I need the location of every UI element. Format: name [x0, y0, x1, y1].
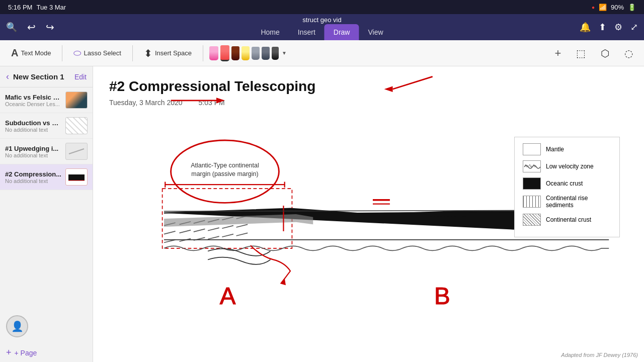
battery-icon: 🔋: [628, 4, 636, 11]
legend-item-cont-rise: Continental rise sediments: [523, 195, 611, 209]
page-info-2: Subduction vs O... No additional text: [5, 119, 61, 133]
insert-space-icon: ⬍: [144, 47, 152, 59]
page-info-4: #2 Compression... No additional text: [5, 170, 61, 184]
pen-color-red[interactable]: [220, 45, 229, 61]
settings-icon[interactable]: ⚙: [614, 22, 622, 33]
svg-line-18: [208, 236, 219, 239]
svg-line-8: [180, 222, 191, 225]
hatch-zone: [164, 214, 313, 227]
page-thumb-1: [65, 92, 88, 109]
ellipse-passive-margin: [171, 140, 279, 203]
page-item-1[interactable]: Mafic vs Felsic c... Oceanic Denser Les.…: [0, 87, 93, 113]
recording-dot: ●: [592, 5, 595, 10]
legend-item-low-velocity: Low velocity zone: [523, 160, 611, 172]
attribution: Adapted from JF Dewey (1976): [561, 352, 638, 358]
page-thumb-4: [65, 168, 88, 186]
pen-color-gray1[interactable]: [252, 47, 260, 60]
page-item-3[interactable]: #1 Upwedging i... No additional text: [0, 139, 93, 164]
page-date: Tuesday, 3 March 2020: [109, 99, 183, 107]
add-page-button[interactable]: + + Page: [0, 343, 93, 362]
svg-line-17: [194, 237, 205, 240]
legend-label-cont-rise: Continental rise sediments: [546, 195, 611, 209]
sediment-curve-2: [208, 257, 270, 264]
battery-display: 90%: [611, 4, 624, 11]
legend-label-mantle: Mantle: [546, 146, 564, 153]
legend-label-cont-crust: Continental crust: [546, 216, 591, 223]
notifications-icon[interactable]: 🔔: [580, 22, 591, 33]
pen-colors: ▼: [209, 45, 287, 61]
search-icon[interactable]: 🔍: [6, 22, 17, 33]
pen-color-yellow[interactable]: [242, 46, 250, 60]
legend-swatch-black: [523, 177, 541, 190]
share-icon[interactable]: ⬆: [599, 22, 606, 33]
svg-line-7: [164, 223, 176, 226]
page-sub-4: No additional text: [5, 178, 61, 184]
tab-insert[interactable]: Insert: [289, 24, 325, 40]
page-time: 5:03 PM: [199, 99, 225, 107]
undo-icon[interactable]: ↩: [27, 21, 36, 33]
legend-swatch-lines: [523, 196, 541, 208]
label-b: B: [434, 283, 450, 309]
transform-button[interactable]: ⬡: [596, 44, 614, 62]
legend-label-low-velocity: Low velocity zone: [546, 163, 594, 170]
page-sub-1: Oceanic Denser Les...: [5, 101, 61, 107]
tab-view[interactable]: View: [359, 24, 392, 40]
page-info-3: #1 Upwedging i... No additional text: [5, 145, 61, 158]
avatar: 👤: [6, 315, 28, 337]
svg-line-10: [180, 230, 191, 233]
add-page-icon: +: [6, 347, 12, 358]
insert-space-button[interactable]: ⬍ Insert Space: [139, 44, 197, 62]
content-area: #2 Compressional Telescoping Tuesday, 3 …: [93, 66, 644, 362]
eraser-button[interactable]: ◌: [619, 44, 638, 62]
legend-label-oceanic: Oceanic crust: [546, 180, 583, 187]
text-mode-icon: A: [11, 47, 18, 59]
tab-draw[interactable]: Draw: [325, 24, 359, 40]
page-info-1: Mafic vs Felsic c... Oceanic Denser Les.…: [5, 94, 61, 107]
svg-rect-1: [68, 174, 85, 180]
ellipse-label-line2: margin (passive margin): [191, 170, 258, 177]
fullscreen-icon[interactable]: ⤢: [630, 22, 638, 33]
legend-swatch-hatch: [523, 214, 541, 226]
select-tool-button[interactable]: ⬚: [571, 44, 591, 62]
legend-item-mantle: Mantle: [523, 143, 611, 155]
wave-line: [164, 246, 609, 250]
pen-color-pink[interactable]: [209, 46, 218, 60]
svg-line-15: [194, 229, 205, 232]
date-display: Tue 3 Mar: [36, 4, 66, 11]
status-bar: 5:16 PM Tue 3 Mar ● 📶 90% 🔋: [0, 0, 644, 14]
page-sub-2: No additional text: [5, 127, 61, 133]
legend: Mantle Low velocity zone Oceanic crust C…: [514, 137, 620, 237]
lasso-select-button[interactable]: ⬭ Lasso Select: [68, 45, 126, 61]
sidebar: ‹ New Section 1 Edit Mafic vs Felsic c..…: [0, 66, 93, 362]
pen-color-dark-red[interactable]: [231, 46, 239, 60]
lasso-label: Lasso Select: [84, 49, 121, 57]
pen-color-gray2[interactable]: [262, 47, 270, 60]
pen-dropdown-arrow[interactable]: ▼: [282, 50, 287, 56]
eraser-icon: ◌: [624, 47, 633, 59]
page-item-2[interactable]: Subduction vs O... No additional text: [0, 113, 93, 139]
app-title: struct geo vid: [302, 16, 341, 24]
page-title-1: Mafic vs Felsic c...: [5, 94, 61, 101]
toolbar-separator-2: [132, 45, 133, 61]
pen-color-black[interactable]: [272, 47, 279, 60]
page-title-area: #2 Compressional Telescoping: [109, 78, 628, 95]
svg-line-23: [222, 234, 233, 237]
toolbar: A Text Mode ⬭ Lasso Select ⬍ Insert Spac…: [0, 40, 644, 66]
sidebar-spacer: [0, 190, 93, 309]
top-nav: 🔍 ↩ ↪ struct geo vid Home Insert Draw Vi…: [0, 14, 644, 40]
sidebar-collapse-chevron[interactable]: ‹: [6, 71, 9, 82]
add-tool-button[interactable]: +: [550, 45, 566, 61]
ellipse-label-line1: Atlantic-Type continental: [191, 162, 259, 169]
redo-icon[interactable]: ↪: [46, 21, 54, 33]
red-curve-bottom: [251, 245, 290, 283]
page-item-4[interactable]: #2 Compression... No additional text: [0, 164, 93, 190]
label-a: A: [220, 283, 236, 309]
svg-line-24: [236, 233, 248, 236]
text-mode-label: Text Mode: [21, 49, 51, 57]
svg-line-13: [194, 220, 205, 223]
select-icon: ⬚: [576, 47, 586, 59]
text-mode-button[interactable]: A Text Mode: [6, 44, 56, 62]
section-edit-button[interactable]: Edit: [74, 73, 87, 81]
tab-home[interactable]: Home: [252, 24, 288, 40]
legend-swatch-mantle: [523, 143, 541, 155]
